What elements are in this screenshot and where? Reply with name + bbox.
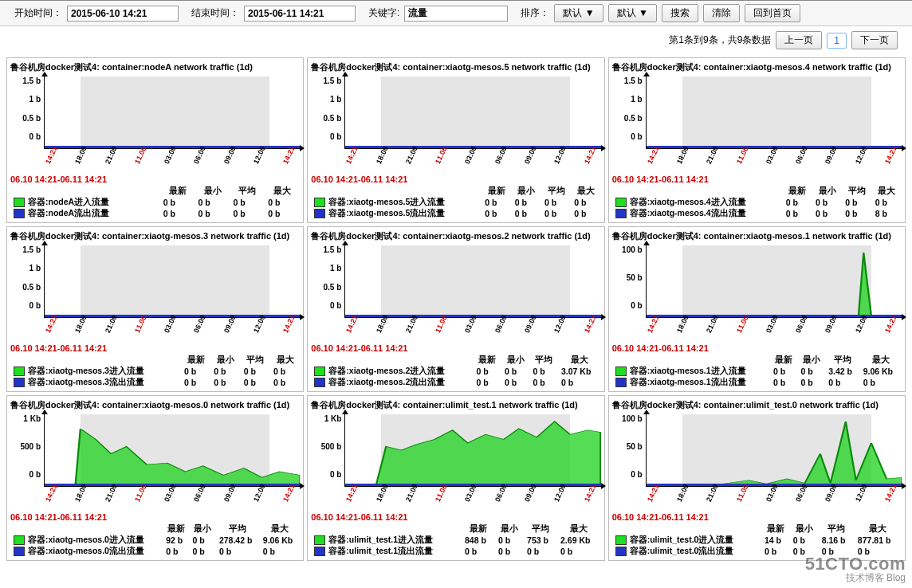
stat-value: 0 b [530,377,558,388]
y-tick: 100 b [622,245,643,254]
stat-header: 最小 [798,355,826,366]
stat-value: 0 b [541,197,571,208]
plot-area [44,245,300,318]
y-tick: 50 b [627,273,643,282]
stat-header: 最小 [495,523,524,535]
keyword-input[interactable] [404,6,508,22]
stat-value: 0 b [855,546,902,557]
y-tick: 0.5 b [22,283,41,292]
stat-value: 0 b [571,208,600,219]
stat-value: 2.69 Kb [557,535,601,546]
stat-value: 0 b [163,546,189,557]
legend-row: 容器:nodeA进入流量0 b0 b0 b0 b [10,197,300,208]
stat-header: 最大 [855,523,902,535]
legend-row: 容器:xiaotg-mesos.2流出流量0 b0 b0 b0 b [311,377,600,388]
legend-label: 容器:xiaotg-mesos.0流出流量 [28,546,144,555]
stat-value: 92 b [163,535,189,546]
y-tick: 500 b [321,442,342,451]
stat-header: 最新 [462,523,495,535]
legend-row: 容器:xiaotg-mesos.0进入流量92 b0 b278.42 b9.06… [10,535,300,546]
stat-value: 9.06 Kb [260,535,300,546]
stat-value: 877.81 b [855,535,902,546]
sort-1-button[interactable]: 默认 ▼ [554,4,603,22]
legend-row: 容器:xiaotg-mesos.3进入流量0 b0 b0 b0 b [10,366,300,377]
stat-header: 最新 [474,355,501,366]
time-range: 06.10 14:21-06.11 14:21 [311,512,600,522]
filter-bar: 开始时间： 结束时间： 关键字: 排序： 默认 ▼ 默认 ▼ 搜索 清除 回到首… [0,0,912,26]
legend-row: 容器:xiaotg-mesos.5流出流量0 b0 b0 b0 b [311,208,600,219]
end-time-input[interactable] [244,6,356,22]
stat-header: 最小 [195,186,230,197]
stat-header: 平均 [230,186,265,197]
stat-value: 0 b [270,366,300,377]
home-button[interactable]: 回到首页 [745,4,800,22]
y-tick: 0 b [29,132,41,141]
start-time-label: 开始时间： [14,6,62,20]
prev-page-button[interactable]: 上一页 [776,31,822,49]
chart-panel: 鲁谷机房docker测试4: container:ulimit_test.0 n… [608,395,906,561]
next-page-button[interactable]: 下一页 [851,31,898,49]
chart-grid: 鲁谷机房docker测试4: container:nodeA network t… [0,54,912,564]
stat-value: 0 b [860,377,902,388]
legend-swatch-out [615,209,627,218]
stat-value: 0 b [160,197,195,208]
stat-value: 0 b [501,366,529,377]
y-tick: 50 b [627,442,643,451]
stat-value: 3.07 Kb [558,366,601,377]
sort-2-button[interactable]: 默认 ▼ [608,4,657,22]
stat-header: 平均 [541,186,571,197]
y-tick: 1 Kb [324,414,342,423]
plot-area [646,76,902,149]
stat-header: 最小 [512,186,541,197]
y-tick: 1 b [631,95,642,104]
stat-value: 0 b [812,208,842,219]
stat-header: 平均 [825,355,860,366]
plot-area [344,414,600,487]
clear-button[interactable]: 清除 [703,4,740,22]
y-tick: 0 b [631,301,642,310]
y-tick: 1 Kb [23,414,41,423]
stat-value: 0 b [241,377,270,388]
y-tick: 0 b [330,470,341,479]
stat-header: 最大 [265,186,300,197]
stat-value: 0 b [541,208,571,219]
legend-label: 容器:xiaotg-mesos.4进入流量 [630,197,746,206]
stat-value: 0 b [210,377,240,388]
stat-header: 最新 [181,355,210,366]
legend-label: 容器:nodeA进入流量 [28,197,109,206]
stat-value: 0 b [210,366,240,377]
stat-value: 0 b [241,366,270,377]
stat-value: 0 b [501,377,529,388]
stat-header: 平均 [530,355,558,366]
panel-title: 鲁谷机房docker测试4: container:xiaotg-mesos.1 … [612,230,902,242]
stat-value: 0 b [195,208,230,219]
stat-header: 最新 [783,186,812,197]
stat-value: 0 b [482,208,511,219]
stat-value: 753 b [524,535,557,546]
panel-title: 鲁谷机房docker测试4: container:xiaotg-mesos.0 … [10,399,300,411]
y-tick: 1 b [330,95,341,104]
y-tick: 0.5 b [22,114,41,123]
plot-area [344,76,600,149]
stat-header: 平均 [819,523,855,535]
legend-label: 容器:ulimit_test.0流出流量 [630,546,734,555]
chart-panel: 鲁谷机房docker测试4: container:xiaotg-mesos.1 … [608,226,906,392]
stat-value: 0 b [190,535,216,546]
legend-row: 容器:ulimit_test.0流出流量0 b0 b0 b0 b [612,546,902,557]
legend-label: 容器:xiaotg-mesos.5进入流量 [328,197,445,206]
stat-value: 0 b [230,208,265,219]
chart-panel: 鲁谷机房docker测试4: container:xiaotg-mesos.0 … [6,395,304,561]
search-button[interactable]: 搜索 [662,4,698,22]
legend-swatch-out [314,378,325,387]
stat-value: 8.16 b [819,535,855,546]
start-time-input[interactable] [67,6,179,22]
y-tick: 0 b [29,301,41,310]
time-range: 06.10 14:21-06.11 14:21 [612,512,902,522]
legend-row: 容器:xiaotg-mesos.1流出流量0 b0 b0 b0 b [612,377,902,388]
stat-value: 0 b [812,197,842,208]
y-tick: 1 b [330,264,341,272]
y-tick: 1 b [29,95,41,104]
stat-header: 最小 [210,355,240,366]
stat-header: 最大 [860,355,902,366]
y-tick: 1 b [29,264,41,272]
